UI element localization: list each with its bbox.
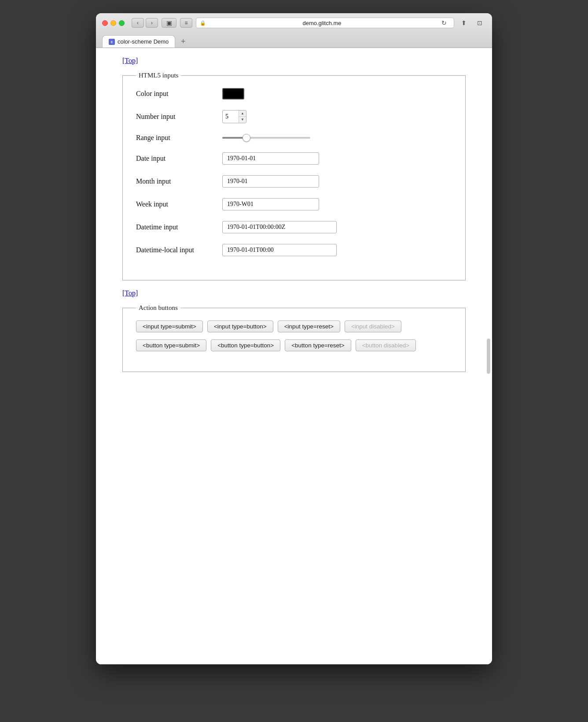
button-disabled-button: <button disabled> (356, 339, 416, 351)
button-elements-row: <button type=submit> <button type=button… (136, 339, 452, 351)
week-input-label: Week input (136, 200, 215, 208)
maximize-button[interactable] (119, 20, 125, 26)
button-button-button[interactable]: <button type=button> (211, 339, 280, 351)
month-input-row: Month input (136, 175, 452, 188)
input-buttons-row: <input type=submit> <input type=button> … (136, 320, 452, 332)
number-input-label: Number input (136, 113, 215, 121)
color-input[interactable] (222, 88, 244, 99)
range-input-row: Range input (136, 134, 452, 142)
active-tab[interactable]: c color-scheme Demo (102, 35, 175, 48)
share-button[interactable]: ⬆ (458, 18, 470, 28)
number-input-wrapper: ▲ ▼ (222, 110, 246, 123)
color-input-label: Color input (136, 90, 215, 98)
datetime-input-row: Datetime input (136, 221, 452, 233)
nav-buttons: ‹ › (132, 18, 158, 28)
week-input-row: Week input (136, 198, 452, 210)
html5-inputs-section: HTML5 inputs Color input Number input ▲ … (122, 72, 466, 280)
action-buttons-legend: Action buttons (136, 304, 180, 312)
address-bar[interactable]: 🔒 demo.glitch.me ↻ (196, 18, 454, 28)
datetime-local-input-label: Datetime-local input (136, 246, 215, 254)
date-input-label: Date input (136, 155, 215, 162)
browser-window: ‹ › ▣ ≡ 🔒 demo.glitch.me ↻ ⬆ ⊡ c color-s… (96, 13, 492, 664)
datetime-local-input-row: Datetime-local input (136, 244, 452, 256)
action-buttons-section: Action buttons <input type=submit> <inpu… (122, 304, 466, 372)
back-button[interactable]: ‹ (132, 18, 144, 28)
tab-favicon: c (109, 39, 115, 45)
button-reset-button[interactable]: <button type=reset> (285, 339, 351, 351)
input-submit-button[interactable]: <input type=submit> (136, 320, 203, 332)
spinner-down-button[interactable]: ▼ (239, 117, 246, 123)
title-bar: ‹ › ▣ ≡ 🔒 demo.glitch.me ↻ ⬆ ⊡ c color-s… (96, 13, 492, 48)
page-content: [Top] HTML5 inputs Color input Number in… (96, 48, 492, 664)
url-text: demo.glitch.me (209, 20, 435, 26)
new-tab-button[interactable]: + (177, 37, 189, 46)
input-button-button[interactable]: <input type=button> (207, 320, 273, 332)
traffic-lights (102, 20, 125, 26)
tab-overview-button[interactable]: ⊡ (474, 18, 486, 28)
top-link-2[interactable]: [Top] (122, 289, 466, 297)
spinner-up-button[interactable]: ▲ (239, 111, 246, 117)
datetime-input-label: Datetime input (136, 223, 215, 231)
month-input[interactable] (222, 175, 319, 188)
date-input-row: Date input (136, 152, 452, 165)
button-submit-button[interactable]: <button type=submit> (136, 339, 206, 351)
tab-title: color-scheme Demo (118, 38, 169, 45)
forward-button[interactable]: › (146, 18, 158, 28)
number-input[interactable] (223, 112, 239, 122)
number-spinners: ▲ ▼ (239, 111, 246, 123)
datetime-input[interactable] (222, 221, 337, 233)
page-wrapper: [Top] HTML5 inputs Color input Number in… (96, 48, 492, 664)
title-bar-top: ‹ › ▣ ≡ 🔒 demo.glitch.me ↻ ⬆ ⊡ (102, 18, 486, 28)
input-reset-button[interactable]: <input type=reset> (278, 320, 340, 332)
menu-button[interactable]: ≡ (180, 18, 192, 28)
input-disabled-button: <input disabled> (345, 320, 401, 332)
date-input[interactable] (222, 152, 319, 165)
top-link-1[interactable]: [Top] (122, 57, 466, 65)
scrollbar[interactable] (487, 339, 490, 374)
close-button[interactable] (102, 20, 108, 26)
sidebar-button[interactable]: ▣ (162, 18, 176, 28)
minimize-button[interactable] (110, 20, 116, 26)
html5-inputs-legend: HTML5 inputs (136, 72, 181, 79)
range-input[interactable] (222, 137, 310, 139)
range-input-label: Range input (136, 134, 215, 142)
number-input-row: Number input ▲ ▼ (136, 110, 452, 123)
datetime-local-input[interactable] (222, 244, 337, 256)
refresh-button[interactable]: ↻ (438, 18, 450, 28)
month-input-label: Month input (136, 177, 215, 185)
tab-bar: c color-scheme Demo + (102, 35, 486, 48)
lock-icon: 🔒 (200, 20, 206, 26)
color-input-row: Color input (136, 88, 452, 99)
week-input[interactable] (222, 198, 319, 210)
